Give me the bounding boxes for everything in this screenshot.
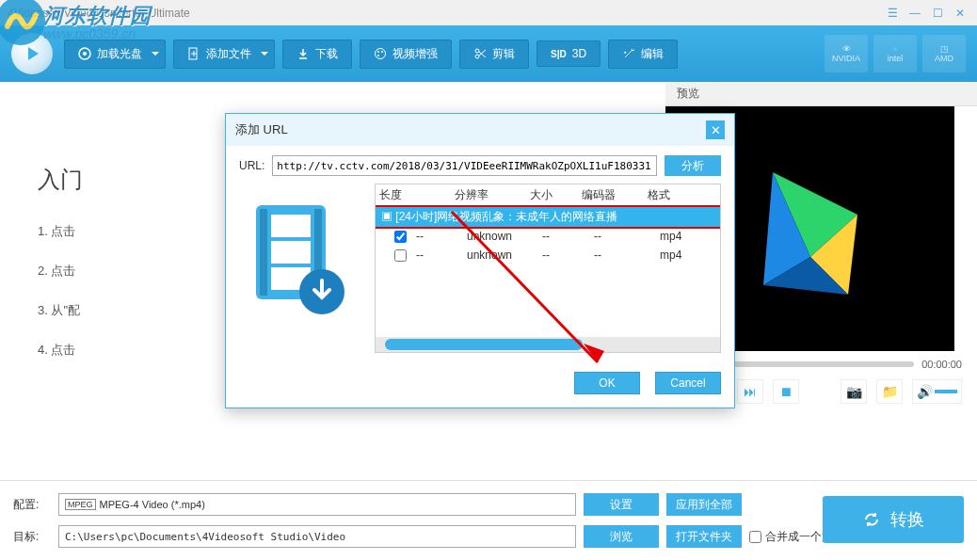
list-item[interactable]: -- unknown -- -- mp4 <box>376 246 720 264</box>
palette-icon <box>374 47 387 60</box>
stop-button[interactable]: ⏹ <box>773 379 799 404</box>
preview-placeholder-icon <box>716 135 905 323</box>
main-toolbar: 加载光盘 添加文件 下载 视频增强 剪辑 S|D 3D 编辑 👁NVIDIA ●… <box>0 25 977 82</box>
horizontal-scrollbar[interactable] <box>376 337 720 352</box>
time-display: 00:00:00 <box>921 359 962 370</box>
svg-point-10 <box>475 55 479 58</box>
refresh-icon <box>862 510 881 529</box>
dialog-close-button[interactable]: ✕ <box>706 120 725 139</box>
list-header: 长度 分辨率 大小 编码器 格式 <box>376 184 720 207</box>
app-logo-icon <box>11 33 53 74</box>
three-d-button[interactable]: S|D 3D <box>537 40 601 67</box>
minimize-button[interactable]: — <box>905 6 924 21</box>
apply-all-button[interactable]: 应用到全部 <box>666 493 742 516</box>
volume-button[interactable]: 🔊 <box>912 379 962 404</box>
disc-icon <box>78 47 91 60</box>
svg-point-6 <box>377 51 379 53</box>
dest-label: 目标: <box>13 529 51 545</box>
add-file-button[interactable]: 添加文件 <box>173 40 275 69</box>
cancel-button[interactable]: Cancel <box>655 372 721 394</box>
close-window-button[interactable]: ✕ <box>951 6 969 21</box>
svg-rect-16 <box>260 209 267 296</box>
row-checkbox[interactable] <box>394 249 407 262</box>
svg-point-7 <box>381 51 383 53</box>
app-title: 4Videosoft Video Converter Ultimate <box>8 7 190 20</box>
scissors-icon <box>473 47 487 60</box>
preview-tab[interactable]: 预览 <box>665 82 977 106</box>
url-result-list: 长度 分辨率 大小 编码器 格式 ▣ [24小时]网络视频乱象：未成年人的网络直… <box>375 184 721 353</box>
svg-rect-18 <box>271 215 311 237</box>
open-folder-button[interactable]: 打开文件夹 <box>666 525 742 548</box>
file-plus-icon <box>187 47 200 60</box>
clip-button[interactable]: 剪辑 <box>459 40 529 69</box>
ok-button[interactable]: OK <box>574 372 640 394</box>
folder-button[interactable]: 📁 <box>876 379 903 404</box>
dialog-title: 添加 URL <box>235 121 288 138</box>
nvidia-chip: 👁NVIDIA <box>825 35 868 72</box>
menu-icon[interactable]: ☰ <box>883 6 902 21</box>
edit-button[interactable]: 编辑 <box>608 40 678 69</box>
settings-button[interactable]: 设置 <box>584 493 659 516</box>
svg-marker-1 <box>28 47 39 60</box>
dest-field[interactable] <box>58 525 576 548</box>
url-input[interactable] <box>272 155 657 176</box>
list-item[interactable]: -- unknown -- -- mp4 <box>376 227 720 246</box>
dialog-titlebar: 添加 URL ✕ <box>226 114 734 146</box>
intel-chip: ●intel <box>873 35 917 72</box>
three-d-icon: S|D <box>551 49 567 59</box>
film-download-icon <box>239 184 361 334</box>
url-label: URL: <box>239 159 264 172</box>
download-icon <box>296 47 310 60</box>
add-url-dialog: 添加 URL ✕ URL: 分析 <box>225 113 735 408</box>
amd-chip: ◳AMD <box>922 35 966 72</box>
titlebar: 4Videosoft Video Converter Ultimate ☰ — … <box>0 0 977 25</box>
svg-point-9 <box>475 49 479 53</box>
svg-rect-19 <box>271 241 311 264</box>
analyze-button[interactable]: 分析 <box>665 155 721 176</box>
maximize-button[interactable]: ☐ <box>928 6 947 21</box>
convert-button[interactable]: 转换 <box>823 496 964 543</box>
profile-label: 配置: <box>13 497 51 513</box>
download-button[interactable]: 下载 <box>282 40 352 69</box>
svg-point-3 <box>83 52 87 56</box>
svg-point-5 <box>376 49 386 59</box>
browse-button[interactable]: 浏览 <box>584 525 659 548</box>
row-checkbox[interactable] <box>394 231 407 243</box>
profile-field[interactable]: MPEGMPEG-4 Video (*.mp4) <box>58 493 576 516</box>
svg-point-8 <box>377 55 379 56</box>
next-button[interactable]: ⏭ <box>737 379 763 404</box>
list-group-header[interactable]: ▣ [24小时]网络视频乱象：未成年人的网络直播 <box>375 205 721 229</box>
wand-icon <box>622 47 635 60</box>
load-disc-button[interactable]: 加载光盘 <box>64 40 166 69</box>
enhance-button[interactable]: 视频增强 <box>360 40 452 69</box>
snapshot-button[interactable]: 📷 <box>841 379 867 404</box>
